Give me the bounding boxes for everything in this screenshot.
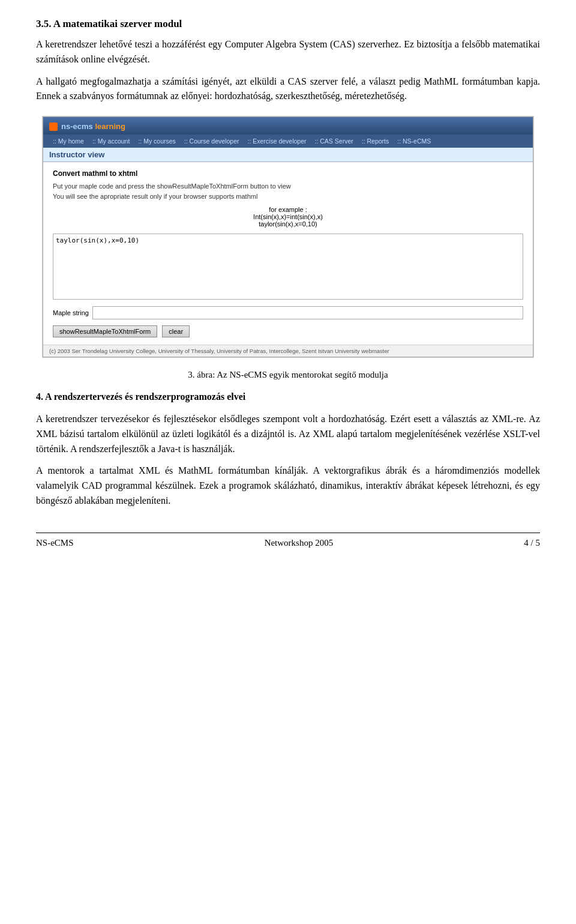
maple-label: Maple string	[53, 309, 89, 316]
code-textarea-wrapper: taylor(sin(x),x=0,10)	[53, 234, 523, 301]
maple-row: Maple string	[53, 306, 523, 319]
section4-title: 4. A rendszertervezés és rendszerprogram…	[36, 390, 540, 405]
nav-item-nsecms[interactable]: :: NS-eCMS	[394, 136, 434, 146]
section4-paragraph-1: A keretrendszer tervezésekor és fejleszt…	[36, 412, 540, 456]
nav-item-home[interactable]: :: My home	[49, 136, 88, 146]
nsecms-header: ns-ecms learning	[43, 117, 533, 134]
nav-item-courses[interactable]: :: My courses	[134, 136, 179, 146]
footer-center: Networkshop 2005	[265, 538, 334, 548]
footer-bar: NS-eCMS Networkshop 2005 4 / 5	[36, 533, 540, 548]
paragraph-1: A keretrendszer lehetővé teszi a hozzáfé…	[36, 37, 540, 67]
nsecms-footer: (c) 2003 Ser Trondelag University Colleg…	[43, 345, 533, 357]
nav-item-account[interactable]: :: My account	[89, 136, 133, 146]
section-title: 3.5. A matematikai szerver modul	[36, 18, 540, 30]
clear-button[interactable]: clear	[162, 325, 190, 337]
nsecms-logo-text: ns-ecms learning	[61, 122, 125, 131]
figure-caption: 3. ábra: Az NS-eCMS egyik mentorokat seg…	[36, 370, 540, 380]
nsecms-logo-icon	[49, 122, 58, 131]
maple-input[interactable]	[92, 306, 523, 319]
section4-title-text: 4. A rendszertervezés és rendszerprogram…	[36, 391, 245, 402]
nsecms-body: Convert mathml to xhtml Put your maple c…	[43, 162, 533, 345]
footer-right: 4 / 5	[524, 538, 540, 548]
nav-item-course-dev[interactable]: :: Course developer	[181, 136, 243, 146]
code-textarea[interactable]: taylor(sin(x),x=0,10)	[53, 234, 523, 300]
section4-paragraph-2: A mentorok a tartalmat XML és MathML for…	[36, 464, 540, 508]
instructions: Put your maple code and press the showRe…	[53, 181, 523, 201]
action-buttons: showResultMapleToXhtmlForm clear	[53, 325, 523, 337]
convert-title: Convert mathml to xhtml	[53, 169, 523, 178]
nav-item-cas[interactable]: :: CAS Server	[311, 136, 357, 146]
nav-item-exercise-dev[interactable]: :: Exercise developer	[244, 136, 310, 146]
nsecms-subheader: Instructor view	[43, 148, 533, 162]
example-block: for example : Int(sin(x),x)=int(sin(x),x…	[53, 206, 523, 228]
nsecms-nav: :: My home :: My account :: My courses :…	[43, 134, 533, 148]
nsecms-window: ns-ecms learning :: My home :: My accoun…	[43, 116, 533, 357]
footer-left: NS-eCMS	[36, 538, 74, 548]
paragraph-2: A hallgató megfogalmazhatja a számítási …	[36, 74, 540, 104]
figure-container: ns-ecms learning :: My home :: My accoun…	[42, 116, 534, 358]
nav-item-reports[interactable]: :: Reports	[358, 136, 393, 146]
show-result-button[interactable]: showResultMapleToXhtmlForm	[53, 325, 157, 337]
